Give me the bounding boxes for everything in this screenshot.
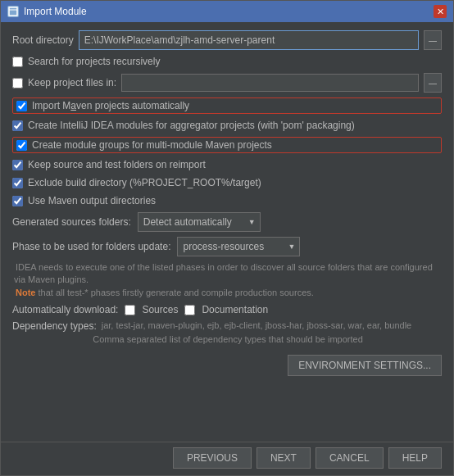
dep-types-row: Dependency types: jar, test-jar, maven-p…: [12, 320, 442, 332]
footer-buttons: PREVIOUS NEXT CANCEL HELP: [1, 442, 453, 475]
env-settings-row: ENVIRONMENT SETTINGS...: [12, 355, 442, 376]
window-title: Import Module: [24, 6, 87, 17]
sources-download-checkbox[interactable]: [125, 305, 135, 315]
previous-button[interactable]: PREVIOUS: [173, 447, 252, 469]
keep-project-files-row: Keep project files in: —: [12, 73, 442, 93]
exclude-build-checkbox[interactable]: [12, 178, 23, 188]
exclude-build-row: Exclude build directory (%PROJECT_ROOT%/…: [12, 176, 442, 189]
dep-types-value: jar, test-jar, maven-plugin, ejb, ejb-cl…: [102, 320, 411, 332]
dep-types-hint: Comma separated list of dependency types…: [12, 333, 442, 346]
phase-dropdown-wrapper: process-resources: [177, 237, 300, 256]
phase-label: Phase to be used for folders update:: [12, 241, 170, 252]
create-module-groups-checkbox[interactable]: [16, 140, 27, 151]
generated-sources-dropdown[interactable]: Detect automatically: [138, 212, 261, 232]
keep-source-checkbox[interactable]: [12, 160, 23, 170]
info-text1: IDEA needs to execute one of the listed …: [14, 262, 433, 284]
auto-download-label: Automatically download:: [12, 304, 118, 315]
dep-types-hint-text: Comma separated list of dependency types…: [93, 334, 363, 344]
import-maven-checkbox[interactable]: [16, 101, 27, 111]
create-module-groups-highlighted: Create module groups for multi-module Ma…: [12, 137, 442, 153]
use-maven-checkbox[interactable]: [12, 196, 23, 206]
generated-sources-row: Generated sources folders: Detect automa…: [12, 212, 442, 232]
root-directory-row: Root directory —: [12, 30, 442, 50]
env-settings-button[interactable]: ENVIRONMENT SETTINGS...: [288, 355, 442, 376]
help-button[interactable]: HELP: [388, 447, 442, 469]
import-module-window: Import Module ✕ Root directory — Search …: [0, 0, 454, 476]
titlebar: Import Module ✕: [1, 1, 453, 22]
sources-download-label: Sources: [142, 304, 178, 315]
dep-types-label: Dependency types:: [12, 320, 97, 332]
create-intellij-label: Create IntelliJ IDEA modules for aggrega…: [28, 120, 355, 131]
search-projects-row: Search for projects recursively: [12, 55, 442, 68]
generated-sources-dropdown-wrapper: Detect automatically: [138, 212, 261, 232]
generated-sources-label: Generated sources folders:: [12, 216, 131, 228]
info-text2-content: that all test-* phases firstly generate …: [35, 288, 313, 297]
form-content: Root directory — Search for projects rec…: [1, 22, 453, 442]
search-projects-label: Search for projects recursively: [28, 56, 160, 67]
note-label: Note: [16, 288, 35, 297]
root-directory-label: Root directory: [12, 34, 74, 46]
keep-project-label: Keep project files in:: [28, 77, 116, 88]
keep-project-checkbox[interactable]: [12, 78, 23, 88]
documentation-download-checkbox[interactable]: [184, 305, 195, 315]
window-icon: [7, 6, 19, 17]
titlebar-left: Import Module: [7, 6, 87, 17]
create-module-groups-label: Create module groups for multi-module Ma…: [32, 139, 272, 151]
auto-download-row: Automatically download: Sources Document…: [12, 304, 442, 315]
search-projects-checkbox[interactable]: [12, 57, 23, 67]
cancel-button[interactable]: CANCEL: [316, 447, 384, 469]
keep-source-row: Keep source and test folders on reimport: [12, 158, 442, 171]
create-intellij-row: Create IntelliJ IDEA modules for aggrega…: [12, 119, 442, 132]
import-maven-label: Import Maven projects automatically: [32, 100, 189, 111]
info-text2: Note that all test-* phases firstly gene…: [16, 287, 440, 299]
svg-rect-0: [9, 7, 17, 16]
close-button[interactable]: ✕: [434, 5, 447, 18]
dep-types-block: Dependency types: jar, test-jar, maven-p…: [12, 320, 442, 346]
keep-browse-button[interactable]: —: [424, 73, 442, 93]
import-maven-highlighted: Import Maven projects automatically: [12, 97, 442, 114]
phase-row: Phase to be used for folders update: pro…: [12, 237, 442, 256]
info-block: IDEA needs to execute one of the listed …: [12, 261, 442, 299]
create-intellij-checkbox[interactable]: [12, 120, 23, 131]
root-directory-input[interactable]: [79, 30, 419, 50]
phase-dropdown[interactable]: process-resources: [177, 237, 300, 256]
use-maven-row: Use Maven output directories: [12, 194, 442, 207]
exclude-build-label: Exclude build directory (%PROJECT_ROOT%/…: [28, 177, 261, 188]
keep-source-label: Keep source and test folders on reimport: [28, 159, 206, 170]
browse-button[interactable]: —: [424, 30, 442, 50]
use-maven-label: Use Maven output directories: [28, 195, 156, 206]
next-button[interactable]: NEXT: [257, 447, 311, 469]
documentation-download-label: Documentation: [202, 304, 268, 315]
